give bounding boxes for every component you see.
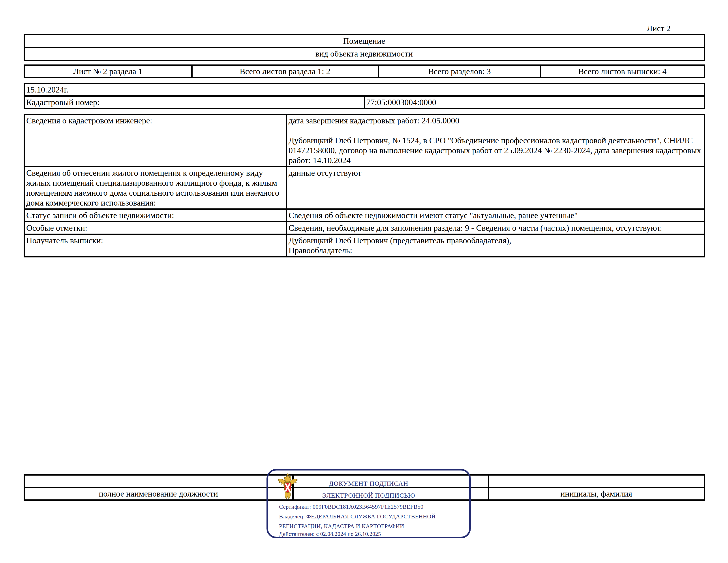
object-type-value: Помещение — [24, 35, 704, 47]
stamp-owner-line2: РЕГИСТРАЦИИ, КАДАСТРА И КАРТОГРАФИИ — [279, 523, 404, 530]
cadastral-number-value: 77:05:0003004:0000 — [364, 96, 705, 109]
row-label: Сведения о кадастровом инженере: — [24, 114, 287, 167]
row-label: Особые отметки: — [24, 222, 287, 234]
egrn-extract-page: Лист 2 Помещение вид объекта недвижимост… — [0, 0, 728, 563]
sheet-info-table: Лист № 2 раздела 1 Всего листов раздела … — [24, 64, 705, 78]
rosreestr-eagle-icon — [276, 473, 299, 501]
signature-empty-cell — [24, 475, 293, 488]
date-cadastral-table: 15.10.2024г. Кадастровый номер: 77:05:00… — [24, 83, 705, 109]
stamp-certificate: Сертификат: 009F0BDC181A023B64597F1E2579… — [279, 504, 424, 510]
sheet-info-cell: Всего разделов: 3 — [379, 65, 541, 78]
extract-date: 15.10.2024г. — [24, 83, 704, 96]
sheet-number: Лист 2 — [24, 0, 705, 33]
row-value: дата завершения кадастровых работ: 24.05… — [287, 114, 704, 167]
row-label: Получатель выписки: — [24, 234, 287, 257]
signature-empty-cell — [489, 475, 704, 488]
row-label: Сведения об отнесении жилого помещения к… — [24, 167, 287, 209]
info-table: Сведения о кадастровом инженере: дата за… — [24, 114, 705, 257]
object-type-table: Помещение вид объекта недвижимости — [24, 34, 705, 61]
position-caption: полное наименование должности — [24, 488, 293, 500]
cadastral-number-label: Кадастровый номер: — [24, 96, 364, 109]
sheet-info-cell: Лист № 2 раздела 1 — [24, 65, 192, 78]
row-value: Сведения, необходимые для заполнения раз… — [287, 222, 704, 234]
object-type-caption: вид объекта недвижимости — [24, 47, 704, 60]
stamp-owner-line1: Владелец: ФЕДЕРАЛЬНАЯ СЛУЖБА ГОСУДАРСТВЕ… — [279, 513, 436, 520]
row-value: данные отсутствуют — [287, 167, 704, 209]
row-label: Статус записи об объекте недвижимости: — [24, 209, 287, 222]
document-content: Лист 2 Помещение вид объекта недвижимост… — [24, 0, 705, 501]
table-row: Сведения об отнесении жилого помещения к… — [24, 167, 704, 209]
digital-signature-stamp: ДОКУМЕНТ ПОДПИСАН ЭЛЕКТРОННОЙ ПОДПИСЬЮ С… — [266, 469, 471, 538]
stamp-validity: Действителен: с 02.08.2024 по 26.10.2025 — [279, 531, 381, 537]
initials-caption: инициалы, фамилия — [489, 488, 704, 500]
sheet-info-cell: Всего листов выписки: 4 — [541, 65, 704, 78]
sheet-info-cell: Всего листов раздела 1: 2 — [192, 65, 379, 78]
table-row: Особые отметки: Сведения, необходимые дл… — [24, 222, 704, 234]
table-row: Статус записи об объекте недвижимости: С… — [24, 209, 704, 222]
row-value: Сведения об объекте недвижимости имеют с… — [287, 209, 704, 222]
table-row: Сведения о кадастровом инженере: дата за… — [24, 114, 704, 167]
row-value: Дубовицкий Глеб Петрович (представитель … — [287, 234, 704, 257]
table-row: Получатель выписки: Дубовицкий Глеб Петр… — [24, 234, 704, 257]
